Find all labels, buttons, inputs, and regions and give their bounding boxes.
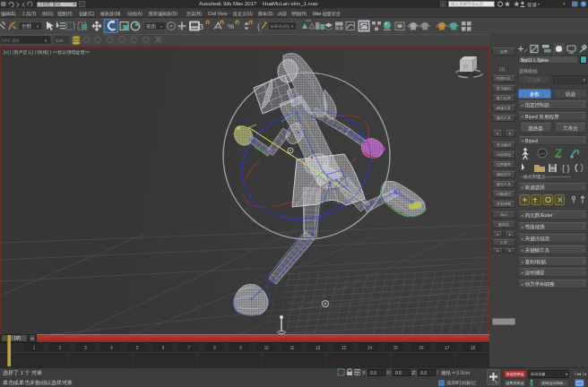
- svg-text:10: 10: [264, 346, 270, 350]
- svg-text:▾: ▾: [538, 2, 540, 6]
- svg-text:3: 3: [199, 22, 203, 31]
- svg-text:14: 14: [368, 346, 373, 350]
- svg-text:前: 前: [463, 64, 468, 69]
- svg-text:11: 11: [290, 346, 295, 350]
- svg-text:全部: 全部: [22, 23, 32, 30]
- svg-text:▾: ▾: [160, 24, 162, 29]
- svg-text:12: 12: [316, 346, 321, 350]
- svg-text:15: 15: [393, 346, 399, 350]
- svg-text:?: ?: [582, 2, 584, 7]
- svg-text:粘贴: 粘贴: [56, 39, 65, 43]
- svg-text:13: 13: [342, 346, 347, 350]
- svg-text:18: 18: [471, 346, 476, 350]
- svg-text:创建选择集: 创建选择集: [270, 24, 290, 29]
- svg-text:登录: 登录: [527, 2, 538, 8]
- svg-text:视图: 视图: [146, 23, 156, 30]
- svg-text:.: .: [534, 383, 535, 387]
- svg-text:%: %: [228, 22, 234, 30]
- svg-text:▾: ▾: [563, 1, 566, 6]
- svg-text:{ }: { }: [562, 164, 570, 173]
- svg-text:(: (: [257, 22, 260, 31]
- svg-text:17: 17: [445, 346, 450, 350]
- svg-text:16: 16: [419, 346, 424, 350]
- svg-text:MAX 脚本: MAX 脚本: [2, 38, 21, 43]
